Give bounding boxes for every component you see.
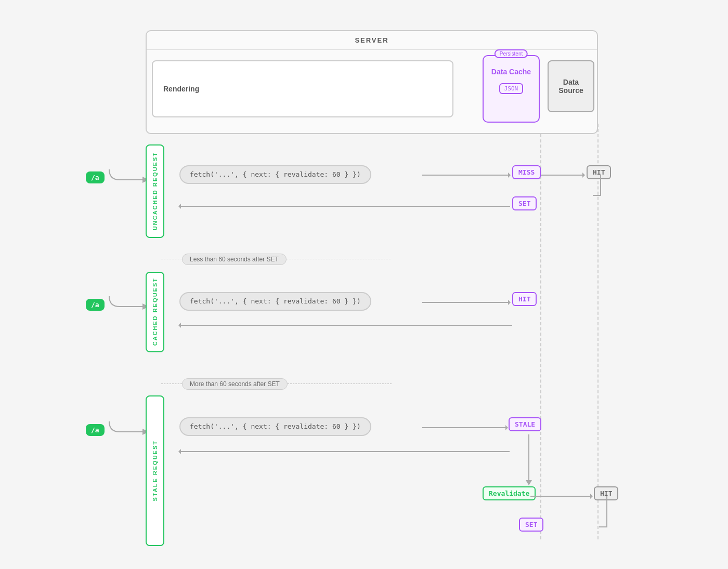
cached-hit-badge: HIT: [512, 292, 537, 306]
sep2-left-line: [161, 383, 182, 384]
server-box: SERVER Rendering Persistent Data Cache J…: [146, 30, 598, 134]
uncached-request-label-box: UNCACHED REQUEST: [146, 144, 164, 238]
uncached-set-return-arrow: [179, 206, 510, 207]
sep1-label: Less than 60 seconds after SET: [182, 254, 287, 265]
revalidate-to-hit-arrow: [530, 496, 592, 497]
cached-hook-arrow: [107, 292, 151, 313]
cached-request-label: CACHED REQUEST: [152, 273, 158, 350]
data-cache-box: Persistent Data Cache JSON: [483, 55, 540, 123]
uncached-fetch-code: fetch('...', { next: { revalidate: 60 } …: [190, 170, 361, 178]
stale-fetch-to-stale-arrow: [422, 427, 507, 428]
cached-fetch-code: fetch('...', { next: { revalidate: 60 } …: [190, 297, 361, 305]
separator1: Less than 60 seconds after SET: [161, 254, 391, 265]
stale-fetch-code: fetch('...', { next: { revalidate: 60 } …: [190, 422, 361, 430]
stale-badge: STALE: [509, 417, 541, 431]
stale-set-badge: SET: [519, 518, 543, 532]
uncached-request-label: UNCACHED REQUEST: [152, 148, 158, 234]
data-cache-title: Data Cache: [491, 68, 531, 76]
stale-hit-to-set-arrow: [599, 496, 615, 535]
sep2-label: More than 60 seconds after SET: [182, 378, 288, 390]
revalidate-badge: Revalidate: [483, 486, 536, 500]
stale-fetch-box: fetch('...', { next: { revalidate: 60 } …: [179, 417, 371, 436]
uncached-hit-to-set-arrow: [593, 175, 608, 210]
cached-request-label-box: CACHED REQUEST: [146, 272, 164, 352]
uncached-miss-to-hit-arrow: [541, 175, 584, 176]
diagram-container: SERVER Rendering Persistent Data Cache J…: [78, 15, 650, 555]
sep1-left-line: [161, 259, 182, 259]
data-cache-column-line: [540, 124, 541, 539]
svg-marker-1: [526, 480, 532, 485]
stale-request-label: STALE REQUEST: [152, 436, 158, 505]
server-label: SERVER: [147, 31, 597, 50]
server-inner: Rendering Persistent Data Cache JSON Dat…: [147, 50, 597, 133]
cached-route-badge: /a: [86, 299, 105, 311]
cached-return-arrow: [179, 325, 512, 326]
stale-hook-arrow: [107, 417, 151, 438]
uncached-fetch-box: fetch('...', { next: { revalidate: 60 } …: [179, 165, 371, 184]
persistent-badge: Persistent: [495, 49, 528, 58]
uncached-miss-badge: MISS: [512, 165, 541, 179]
data-source-box: DataSource: [548, 60, 594, 112]
rendering-label: Rendering: [163, 85, 199, 93]
json-badge: JSON: [499, 83, 524, 94]
stale-request-label-box: STALE REQUEST: [146, 395, 164, 546]
cached-fetch-to-hit-arrow: [422, 302, 510, 303]
sep2-right-line: [288, 383, 392, 384]
stale-to-revalidate-arrow: [524, 434, 534, 486]
rendering-box: Rendering: [152, 60, 453, 117]
stale-return-arrow: [179, 451, 510, 452]
uncached-hook-arrow: [107, 165, 151, 186]
cached-fetch-box: fetch('...', { next: { revalidate: 60 } …: [179, 292, 371, 311]
separator2: More than 60 seconds after SET: [161, 378, 392, 390]
uncached-route-badge: /a: [86, 171, 105, 183]
uncached-fetch-to-miss-arrow: [422, 175, 510, 176]
sep1-right-line: [287, 259, 391, 259]
uncached-set-badge: SET: [512, 196, 537, 210]
data-source-label: DataSource: [558, 78, 583, 95]
stale-route-badge: /a: [86, 424, 105, 436]
